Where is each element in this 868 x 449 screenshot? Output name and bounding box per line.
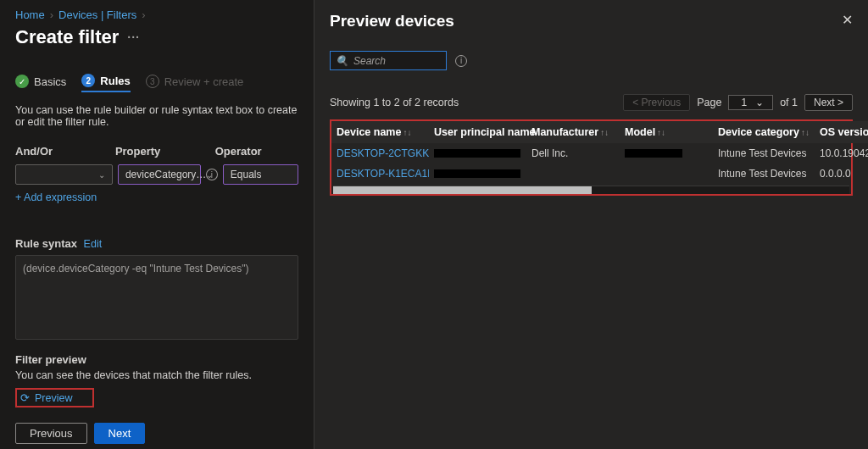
check-icon xyxy=(15,75,29,88)
page-title: Create filter ··· xyxy=(15,26,298,48)
pager-next-button[interactable]: Next > xyxy=(804,94,853,111)
edit-syntax-link[interactable]: Edit xyxy=(84,238,103,250)
page-value: 1 xyxy=(741,97,747,108)
operator-dropdown[interactable]: Equals xyxy=(223,164,298,185)
next-button[interactable]: Next xyxy=(94,423,146,444)
cell-category: Intune Test Devices xyxy=(713,143,815,164)
cell-os: 0.0.0.0 xyxy=(815,164,868,184)
property-value: deviceCategory… xyxy=(125,169,206,180)
scrollbar-thumb[interactable] xyxy=(333,186,592,194)
search-icon: 🔍 xyxy=(336,55,348,67)
cell-upn: ████████████ xyxy=(429,143,526,164)
step-rules-label: Rules xyxy=(100,75,130,87)
device-name-link[interactable]: DESKTOP-K1ECA1D xyxy=(331,164,429,184)
rule-syntax-label: Rule syntax Edit xyxy=(15,237,298,250)
cell-manufacturer xyxy=(526,164,620,184)
pager-previous-button[interactable]: < Previous xyxy=(623,94,690,111)
col-property: Property xyxy=(115,145,215,158)
refresh-icon: ⟳ xyxy=(20,391,30,404)
col-operator: Operator xyxy=(215,145,298,158)
rule-row: ⌄ deviceCategory… ⌄ i Equals xyxy=(15,164,298,185)
col-manufacturer[interactable]: Manufacturer↑↓ xyxy=(526,121,620,143)
step-rules[interactable]: 2 Rules xyxy=(81,74,130,92)
rule-columns-header: And/Or Property Operator xyxy=(15,145,298,158)
table-row: DESKTOP-2CTGKK0 ████████████ Dell Inc. █… xyxy=(331,143,868,164)
info-icon[interactable]: i xyxy=(455,55,467,67)
property-dropdown[interactable]: deviceCategory… ⌄ xyxy=(118,164,201,185)
search-placeholder: Search xyxy=(353,55,386,67)
chevron-down-icon: ⌄ xyxy=(98,170,105,180)
preview-link-label: Preview xyxy=(35,392,72,404)
col-upn[interactable]: User principal name xyxy=(429,121,526,143)
records-count: Showing 1 to 2 of 2 records xyxy=(330,97,459,108)
cell-upn: ████████████ xyxy=(429,164,526,184)
horizontal-scrollbar[interactable] xyxy=(333,186,849,194)
devices-table: Device name↑↓ User principal name Manufa… xyxy=(331,121,868,184)
wizard-footer: Previous Next xyxy=(15,423,298,444)
sort-icon: ↑↓ xyxy=(801,128,810,137)
rule-syntax-box: (device.deviceCategory -eq "Intune Test … xyxy=(15,255,298,340)
info-icon[interactable]: i xyxy=(206,169,218,180)
step-review[interactable]: 3 Review + create xyxy=(146,75,244,91)
andor-dropdown[interactable]: ⌄ xyxy=(15,164,113,185)
devices-table-wrap: Device name↑↓ User principal name Manufa… xyxy=(330,119,853,196)
step-number-icon: 2 xyxy=(81,74,95,87)
filter-preview-heading: Filter preview xyxy=(15,353,298,366)
more-icon[interactable]: ··· xyxy=(127,30,140,44)
table-row: DESKTOP-K1ECA1D ████████████ Intune Test… xyxy=(331,164,868,184)
chevron-down-icon: ⌄ xyxy=(755,97,764,108)
cell-manufacturer: Dell Inc. xyxy=(526,143,620,164)
cell-model xyxy=(620,164,713,184)
step-number-icon: 3 xyxy=(146,75,159,88)
page-of-label: of 1 xyxy=(780,97,798,108)
preview-devices-panel: Preview devices ✕ 🔍 Search i Showing 1 t… xyxy=(314,0,868,449)
breadcrumb-sep-icon: › xyxy=(142,8,145,21)
pager: < Previous Page 1 ⌄ of 1 Next > xyxy=(623,94,853,111)
col-andor: And/Or xyxy=(15,145,115,158)
panel-title: Preview devices xyxy=(330,12,853,30)
previous-button[interactable]: Previous xyxy=(15,423,87,444)
cell-category: Intune Test Devices xyxy=(713,164,815,184)
cell-os: 10.0.19042… xyxy=(815,143,868,164)
breadcrumb-sep-icon: › xyxy=(50,8,53,21)
device-name-link[interactable]: DESKTOP-2CTGKK0 xyxy=(331,143,429,164)
col-category[interactable]: Device category↑↓ xyxy=(713,121,815,143)
operator-value: Equals xyxy=(231,169,262,180)
page-select[interactable]: 1 ⌄ xyxy=(728,95,773,110)
breadcrumb-home[interactable]: Home xyxy=(15,8,45,21)
sort-icon: ↑↓ xyxy=(403,128,411,137)
sort-icon: ↑↓ xyxy=(657,128,665,137)
col-model[interactable]: Model↑↓ xyxy=(620,121,713,143)
rules-description: You can use the rule builder or rule syn… xyxy=(15,104,298,128)
sort-icon: ↑↓ xyxy=(600,128,609,137)
step-basics[interactable]: Basics xyxy=(15,75,66,91)
close-icon[interactable]: ✕ xyxy=(842,12,853,28)
cell-model: ████████ xyxy=(620,143,713,164)
step-basics-label: Basics xyxy=(34,75,66,88)
add-expression-link[interactable]: + Add expression xyxy=(15,191,97,203)
step-review-label: Review + create xyxy=(164,75,244,88)
filter-preview-desc: You can see the devices that match the f… xyxy=(15,369,298,381)
col-os[interactable]: OS version xyxy=(815,121,868,143)
col-device-name[interactable]: Device name↑↓ xyxy=(331,121,429,143)
breadcrumb: Home › Devices | Filters › xyxy=(15,8,298,21)
preview-link[interactable]: ⟳ Preview xyxy=(15,388,94,407)
breadcrumb-devices[interactable]: Devices | Filters xyxy=(58,8,136,21)
wizard-steps: Basics 2 Rules 3 Review + create xyxy=(15,74,298,92)
search-input[interactable]: 🔍 Search xyxy=(330,51,447,70)
page-title-text: Create filter xyxy=(15,26,119,48)
page-label: Page xyxy=(697,97,721,108)
